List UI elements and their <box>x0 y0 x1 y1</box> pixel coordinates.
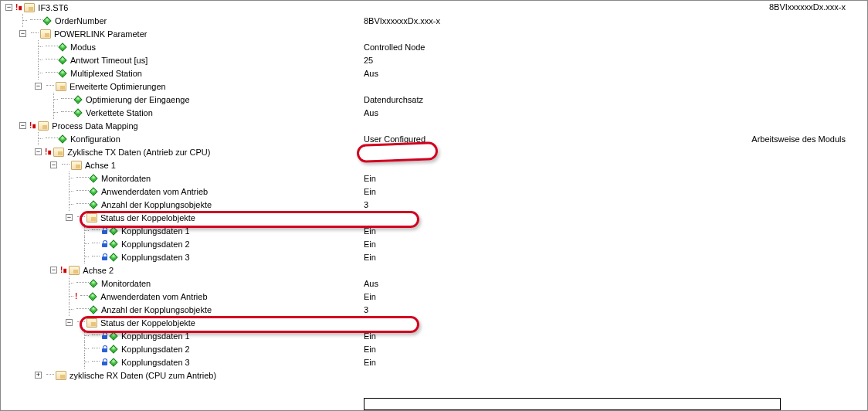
tree-node[interactable]: Anzahl der Kopplungsobjekte <box>101 200 212 209</box>
property-icon <box>109 331 117 340</box>
tree-node[interactable]: POWERLINK Parameter <box>54 29 147 39</box>
property-icon <box>58 134 66 143</box>
tree-node-root[interactable]: IF3.ST6 <box>38 3 68 12</box>
tree-node[interactable]: Anzahl der Kopplungsobjekte <box>101 305 212 314</box>
value-cell[interactable]: Controlled Node <box>364 42 634 52</box>
property-icon <box>58 56 66 64</box>
value-cell[interactable]: Ein <box>364 174 634 183</box>
value-cell[interactable]: Ein <box>364 358 634 367</box>
value-cell[interactable]: User Configured <box>364 134 634 144</box>
description-cell: Arbeitsweise des Moduls <box>751 134 846 144</box>
tree-node[interactable]: Optimierung der Eingaenge <box>86 95 190 104</box>
warn-icon: !∎ <box>29 121 36 130</box>
tree-node[interactable]: Anwenderdaten vom Antrieb <box>101 187 208 196</box>
value-cell[interactable]: 3 <box>364 200 634 209</box>
group-icon <box>38 121 49 131</box>
tree-node[interactable]: Verkettete Station <box>86 108 153 117</box>
value-cell[interactable]: 25 <box>364 56 634 65</box>
property-icon <box>58 42 66 51</box>
tree-node[interactable]: Zyklische TX Daten (Antrieb zur CPU) <box>67 148 210 157</box>
tree-toggle[interactable]: + <box>35 372 42 379</box>
value-cell[interactable]: Ein <box>364 253 634 262</box>
property-icon <box>109 253 117 261</box>
property-icon <box>73 108 82 117</box>
tree-connector <box>19 14 27 27</box>
group-icon <box>53 148 64 157</box>
tree-node[interactable]: Monitordaten <box>101 174 151 183</box>
tree-node[interactable]: Kopplungsdaten 2 <box>121 239 190 249</box>
group-icon <box>40 29 51 39</box>
tree-node[interactable]: Modus <box>70 42 96 52</box>
tree-node[interactable]: Antwort Timeout [us] <box>70 56 147 65</box>
tree-toggle[interactable]: − <box>66 319 73 326</box>
value-cell[interactable]: Ein <box>364 226 634 236</box>
tree-node[interactable]: Kopplungsdaten 1 <box>121 331 190 341</box>
config-tree: 8BVIxxxxxxDx.xxx-x − !∎ IF3.ST6 OrderNum… <box>1 1 850 382</box>
property-icon <box>73 95 82 104</box>
warn-icon: !∎ <box>60 266 67 274</box>
value-cell[interactable]: Aus <box>364 69 634 78</box>
lock-icon <box>101 345 108 352</box>
property-icon <box>89 174 97 182</box>
value-cell[interactable]: Datendurchsatz <box>364 95 634 104</box>
lock-icon <box>101 227 108 234</box>
value-cell[interactable]: Ein <box>364 331 634 341</box>
property-icon <box>109 239 117 248</box>
property-icon <box>89 305 97 314</box>
value-cell[interactable]: Ein <box>364 345 634 354</box>
property-icon <box>42 16 51 25</box>
tree-node[interactable]: Achse 2 <box>83 266 114 275</box>
value-cell[interactable]: 8BVIxxxxxxDx.xxx-x <box>364 16 634 25</box>
lock-icon <box>101 332 108 339</box>
tree-node[interactable]: Status der Koppelobjekte <box>100 213 195 222</box>
value-cell[interactable]: 3 <box>364 305 634 314</box>
group-icon <box>56 371 66 380</box>
tree-toggle[interactable]: − <box>19 122 26 129</box>
value-cell[interactable]: Aus <box>364 279 634 288</box>
module-code: 8BVIxxxxxxDx.xxx-x <box>769 2 846 12</box>
tree-toggle[interactable]: − <box>50 161 57 168</box>
tree-node[interactable]: zyklische RX Daten (CPU zum Antrieb) <box>70 371 216 380</box>
warn-icon: !∎ <box>15 3 22 12</box>
tree-node[interactable]: OrderNumber <box>55 16 107 25</box>
tree-toggle[interactable]: − <box>35 148 42 155</box>
tree-node[interactable]: Process Data Mapping <box>52 121 137 131</box>
tree-toggle[interactable]: − <box>19 30 26 37</box>
property-icon <box>89 292 97 301</box>
tree-toggle[interactable]: − <box>50 267 57 273</box>
property-icon <box>89 200 97 209</box>
group-icon <box>86 213 97 222</box>
value-cell[interactable]: Aus <box>364 108 634 117</box>
tree-node[interactable]: Erweiterte Optimierungen <box>70 82 166 91</box>
tree-node[interactable]: Status der Koppelobjekte <box>100 318 195 328</box>
module-icon <box>24 3 35 12</box>
group-icon <box>86 318 97 328</box>
value-cell[interactable]: Ein <box>364 239 634 249</box>
tree-toggle[interactable]: − <box>5 4 12 11</box>
tree-node[interactable]: Kopplungsdaten 1 <box>121 226 190 236</box>
property-icon <box>89 187 97 195</box>
tree-node[interactable]: Kopplungsdaten 2 <box>121 345 190 354</box>
lock-icon <box>101 240 108 247</box>
value-cell[interactable]: Ein <box>364 187 634 196</box>
warn-icon: !∎ <box>45 148 52 156</box>
property-icon <box>109 345 117 353</box>
tree-node[interactable]: Anwenderdaten vom Antrieb <box>100 292 207 301</box>
tree-node[interactable]: Konfiguration <box>70 134 120 144</box>
tree-toggle[interactable]: − <box>66 214 73 221</box>
tree-toggle[interactable]: − <box>35 83 42 90</box>
lock-icon <box>101 358 108 365</box>
value-cell[interactable]: Ein <box>364 292 634 301</box>
lock-icon <box>101 253 108 260</box>
tree-node[interactable]: Achse 1 <box>85 161 116 170</box>
group-icon <box>56 82 66 91</box>
property-icon <box>109 226 117 235</box>
property-icon <box>58 69 66 77</box>
group-icon <box>69 266 80 275</box>
tree-node[interactable]: Monitordaten <box>101 279 151 288</box>
tree-node[interactable]: Multiplexed Station <box>70 69 142 78</box>
tree-node[interactable]: Kopplungsdaten 3 <box>121 253 190 262</box>
tree-node[interactable]: Kopplungsdaten 3 <box>121 358 190 367</box>
edit-input[interactable] <box>364 398 781 410</box>
warn-icon: ! <box>75 292 77 301</box>
